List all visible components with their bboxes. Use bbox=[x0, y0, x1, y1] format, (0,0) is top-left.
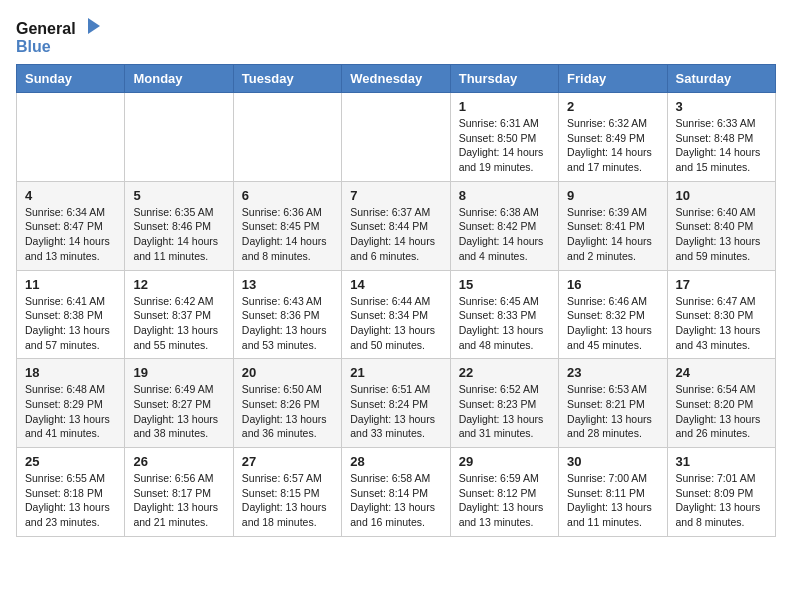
cell-date: 10 bbox=[676, 188, 767, 203]
cell-date: 21 bbox=[350, 365, 441, 380]
calendar-cell: 3Sunrise: 6:33 AM Sunset: 8:48 PM Daylig… bbox=[667, 93, 775, 182]
cell-date: 1 bbox=[459, 99, 550, 114]
cell-date: 3 bbox=[676, 99, 767, 114]
cell-date: 26 bbox=[133, 454, 224, 469]
cell-info: Sunrise: 6:52 AM Sunset: 8:23 PM Dayligh… bbox=[459, 382, 550, 441]
week-row-3: 11Sunrise: 6:41 AM Sunset: 8:38 PM Dayli… bbox=[17, 270, 776, 359]
calendar-cell: 4Sunrise: 6:34 AM Sunset: 8:47 PM Daylig… bbox=[17, 181, 125, 270]
calendar-cell: 11Sunrise: 6:41 AM Sunset: 8:38 PM Dayli… bbox=[17, 270, 125, 359]
cell-date: 12 bbox=[133, 277, 224, 292]
week-row-2: 4Sunrise: 6:34 AM Sunset: 8:47 PM Daylig… bbox=[17, 181, 776, 270]
cell-date: 17 bbox=[676, 277, 767, 292]
cell-date: 13 bbox=[242, 277, 333, 292]
calendar-cell: 16Sunrise: 6:46 AM Sunset: 8:32 PM Dayli… bbox=[559, 270, 667, 359]
day-header-sunday: Sunday bbox=[17, 65, 125, 93]
cell-info: Sunrise: 6:51 AM Sunset: 8:24 PM Dayligh… bbox=[350, 382, 441, 441]
calendar-cell: 26Sunrise: 6:56 AM Sunset: 8:17 PM Dayli… bbox=[125, 448, 233, 537]
week-row-4: 18Sunrise: 6:48 AM Sunset: 8:29 PM Dayli… bbox=[17, 359, 776, 448]
calendar-cell: 17Sunrise: 6:47 AM Sunset: 8:30 PM Dayli… bbox=[667, 270, 775, 359]
calendar-table: SundayMondayTuesdayWednesdayThursdayFrid… bbox=[16, 64, 776, 537]
cell-info: Sunrise: 7:01 AM Sunset: 8:09 PM Dayligh… bbox=[676, 471, 767, 530]
calendar-cell: 19Sunrise: 6:49 AM Sunset: 8:27 PM Dayli… bbox=[125, 359, 233, 448]
cell-date: 25 bbox=[25, 454, 116, 469]
cell-info: Sunrise: 6:56 AM Sunset: 8:17 PM Dayligh… bbox=[133, 471, 224, 530]
calendar-cell: 9Sunrise: 6:39 AM Sunset: 8:41 PM Daylig… bbox=[559, 181, 667, 270]
cell-date: 28 bbox=[350, 454, 441, 469]
svg-text:General: General bbox=[16, 20, 76, 37]
calendar-cell: 21Sunrise: 6:51 AM Sunset: 8:24 PM Dayli… bbox=[342, 359, 450, 448]
day-header-tuesday: Tuesday bbox=[233, 65, 341, 93]
calendar-cell: 7Sunrise: 6:37 AM Sunset: 8:44 PM Daylig… bbox=[342, 181, 450, 270]
cell-date: 20 bbox=[242, 365, 333, 380]
calendar-cell: 27Sunrise: 6:57 AM Sunset: 8:15 PM Dayli… bbox=[233, 448, 341, 537]
calendar-cell: 31Sunrise: 7:01 AM Sunset: 8:09 PM Dayli… bbox=[667, 448, 775, 537]
cell-date: 7 bbox=[350, 188, 441, 203]
cell-date: 8 bbox=[459, 188, 550, 203]
header: GeneralBlue bbox=[16, 16, 776, 56]
calendar-cell: 8Sunrise: 6:38 AM Sunset: 8:42 PM Daylig… bbox=[450, 181, 558, 270]
cell-info: Sunrise: 6:36 AM Sunset: 8:45 PM Dayligh… bbox=[242, 205, 333, 264]
cell-info: Sunrise: 6:37 AM Sunset: 8:44 PM Dayligh… bbox=[350, 205, 441, 264]
cell-info: Sunrise: 6:47 AM Sunset: 8:30 PM Dayligh… bbox=[676, 294, 767, 353]
calendar-cell: 28Sunrise: 6:58 AM Sunset: 8:14 PM Dayli… bbox=[342, 448, 450, 537]
calendar-cell: 2Sunrise: 6:32 AM Sunset: 8:49 PM Daylig… bbox=[559, 93, 667, 182]
calendar-cell: 6Sunrise: 6:36 AM Sunset: 8:45 PM Daylig… bbox=[233, 181, 341, 270]
cell-date: 27 bbox=[242, 454, 333, 469]
cell-info: Sunrise: 6:57 AM Sunset: 8:15 PM Dayligh… bbox=[242, 471, 333, 530]
header-row: SundayMondayTuesdayWednesdayThursdayFrid… bbox=[17, 65, 776, 93]
cell-info: Sunrise: 6:39 AM Sunset: 8:41 PM Dayligh… bbox=[567, 205, 658, 264]
cell-info: Sunrise: 6:58 AM Sunset: 8:14 PM Dayligh… bbox=[350, 471, 441, 530]
calendar-cell: 20Sunrise: 6:50 AM Sunset: 8:26 PM Dayli… bbox=[233, 359, 341, 448]
calendar-cell bbox=[125, 93, 233, 182]
calendar-cell: 30Sunrise: 7:00 AM Sunset: 8:11 PM Dayli… bbox=[559, 448, 667, 537]
calendar-cell: 25Sunrise: 6:55 AM Sunset: 8:18 PM Dayli… bbox=[17, 448, 125, 537]
logo-svg: GeneralBlue bbox=[16, 16, 106, 56]
day-header-monday: Monday bbox=[125, 65, 233, 93]
cell-info: Sunrise: 6:55 AM Sunset: 8:18 PM Dayligh… bbox=[25, 471, 116, 530]
cell-date: 18 bbox=[25, 365, 116, 380]
cell-info: Sunrise: 6:31 AM Sunset: 8:50 PM Dayligh… bbox=[459, 116, 550, 175]
cell-info: Sunrise: 7:00 AM Sunset: 8:11 PM Dayligh… bbox=[567, 471, 658, 530]
cell-info: Sunrise: 6:40 AM Sunset: 8:40 PM Dayligh… bbox=[676, 205, 767, 264]
cell-date: 22 bbox=[459, 365, 550, 380]
cell-info: Sunrise: 6:43 AM Sunset: 8:36 PM Dayligh… bbox=[242, 294, 333, 353]
cell-date: 31 bbox=[676, 454, 767, 469]
svg-marker-2 bbox=[88, 18, 100, 34]
cell-info: Sunrise: 6:59 AM Sunset: 8:12 PM Dayligh… bbox=[459, 471, 550, 530]
cell-info: Sunrise: 6:48 AM Sunset: 8:29 PM Dayligh… bbox=[25, 382, 116, 441]
day-header-wednesday: Wednesday bbox=[342, 65, 450, 93]
cell-info: Sunrise: 6:44 AM Sunset: 8:34 PM Dayligh… bbox=[350, 294, 441, 353]
calendar-cell: 13Sunrise: 6:43 AM Sunset: 8:36 PM Dayli… bbox=[233, 270, 341, 359]
cell-date: 2 bbox=[567, 99, 658, 114]
cell-date: 19 bbox=[133, 365, 224, 380]
cell-date: 6 bbox=[242, 188, 333, 203]
cell-info: Sunrise: 6:53 AM Sunset: 8:21 PM Dayligh… bbox=[567, 382, 658, 441]
cell-date: 29 bbox=[459, 454, 550, 469]
cell-date: 23 bbox=[567, 365, 658, 380]
calendar-cell: 18Sunrise: 6:48 AM Sunset: 8:29 PM Dayli… bbox=[17, 359, 125, 448]
cell-info: Sunrise: 6:34 AM Sunset: 8:47 PM Dayligh… bbox=[25, 205, 116, 264]
day-header-friday: Friday bbox=[559, 65, 667, 93]
calendar-cell: 1Sunrise: 6:31 AM Sunset: 8:50 PM Daylig… bbox=[450, 93, 558, 182]
cell-date: 15 bbox=[459, 277, 550, 292]
cell-date: 5 bbox=[133, 188, 224, 203]
calendar-cell: 14Sunrise: 6:44 AM Sunset: 8:34 PM Dayli… bbox=[342, 270, 450, 359]
day-header-thursday: Thursday bbox=[450, 65, 558, 93]
cell-date: 11 bbox=[25, 277, 116, 292]
cell-info: Sunrise: 6:54 AM Sunset: 8:20 PM Dayligh… bbox=[676, 382, 767, 441]
calendar-cell: 10Sunrise: 6:40 AM Sunset: 8:40 PM Dayli… bbox=[667, 181, 775, 270]
calendar-cell bbox=[17, 93, 125, 182]
cell-info: Sunrise: 6:46 AM Sunset: 8:32 PM Dayligh… bbox=[567, 294, 658, 353]
calendar-cell: 5Sunrise: 6:35 AM Sunset: 8:46 PM Daylig… bbox=[125, 181, 233, 270]
week-row-1: 1Sunrise: 6:31 AM Sunset: 8:50 PM Daylig… bbox=[17, 93, 776, 182]
calendar-cell bbox=[233, 93, 341, 182]
cell-info: Sunrise: 6:32 AM Sunset: 8:49 PM Dayligh… bbox=[567, 116, 658, 175]
cell-info: Sunrise: 6:49 AM Sunset: 8:27 PM Dayligh… bbox=[133, 382, 224, 441]
calendar-cell: 12Sunrise: 6:42 AM Sunset: 8:37 PM Dayli… bbox=[125, 270, 233, 359]
calendar-cell: 24Sunrise: 6:54 AM Sunset: 8:20 PM Dayli… bbox=[667, 359, 775, 448]
cell-date: 30 bbox=[567, 454, 658, 469]
cell-info: Sunrise: 6:50 AM Sunset: 8:26 PM Dayligh… bbox=[242, 382, 333, 441]
cell-info: Sunrise: 6:33 AM Sunset: 8:48 PM Dayligh… bbox=[676, 116, 767, 175]
cell-date: 24 bbox=[676, 365, 767, 380]
logo: GeneralBlue bbox=[16, 16, 106, 56]
